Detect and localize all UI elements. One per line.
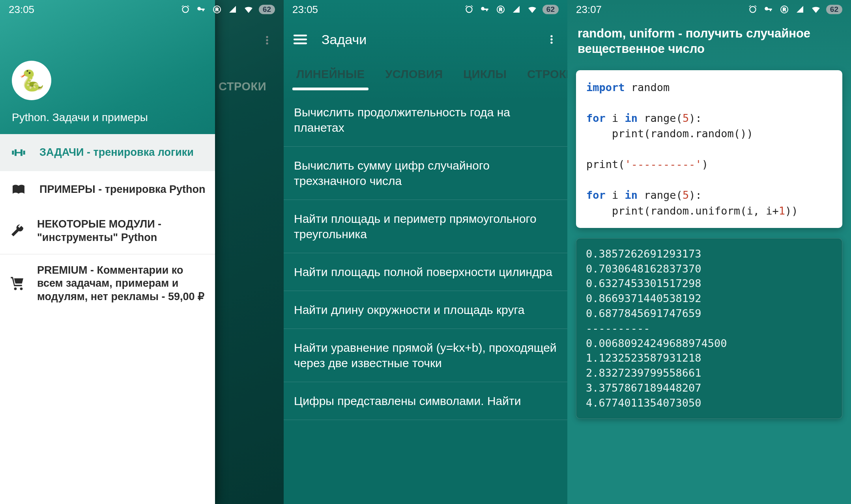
key-icon [196, 4, 207, 15]
svg-text:R: R [215, 7, 219, 12]
status-icons: R 62 [180, 4, 275, 15]
cart-icon [9, 274, 25, 293]
status-icons: R 62 [464, 4, 559, 15]
alarm-icon [180, 4, 191, 15]
status-bar: 23:05 R 62 [0, 0, 284, 19]
drawer-item-label: ЗАДАЧИ - тренировка логики [39, 146, 194, 159]
key-icon [763, 4, 774, 15]
registered-icon: R [211, 4, 223, 15]
svg-rect-8 [21, 149, 22, 156]
status-bar: 23:05 R 62 [284, 0, 567, 19]
drawer-item-3[interactable]: PREMIUM - Комментарии ко всем задачам, п… [0, 254, 215, 313]
alarm-icon [464, 4, 475, 15]
tab-bar: ЛИНЕЙНЫЕУСЛОВИЯЦИКЛЫСТРОКИС [284, 60, 567, 93]
svg-rect-5 [12, 151, 14, 155]
tab-2[interactable]: ЦИКЛЫ [461, 60, 509, 90]
drawer-item-1[interactable]: ПРИМЕРЫ - тренировка Python [0, 171, 215, 208]
battery-badge: 62 [259, 5, 275, 14]
status-bar: 23:07 R 62 [567, 0, 851, 19]
svg-rect-7 [15, 149, 17, 156]
task-item[interactable]: Найти уравнение прямой (y=kx+b), проходя… [284, 329, 567, 382]
svg-point-18 [550, 38, 552, 40]
tab-1[interactable]: УСЛОВИЯ [383, 60, 445, 90]
drawer-item-0[interactable]: ЗАДАЧИ - тренировка логики [0, 134, 215, 171]
battery-badge: 62 [826, 5, 842, 14]
status-time: 23:05 [292, 4, 318, 16]
drawer-items: ЗАДАЧИ - тренировка логикиПРИМЕРЫ - трен… [0, 134, 215, 504]
drawer-item-label: НЕКОТОРЫЕ МОДУЛИ - "инструменты" Python [37, 218, 206, 245]
dumbbell-icon [9, 144, 28, 162]
wifi-icon [243, 4, 254, 15]
task-item[interactable]: Найти площадь полной поверхности цилиндр… [284, 253, 567, 291]
status-time: 23:07 [576, 4, 602, 16]
drawer-item-2[interactable]: НЕКОТОРЫЕ МОДУЛИ - "инструменты" Python [0, 208, 215, 254]
svg-point-11 [20, 287, 23, 290]
svg-point-10 [14, 287, 17, 290]
wifi-icon [527, 4, 538, 15]
book-icon [9, 181, 28, 199]
svg-text:R: R [783, 7, 786, 12]
output-block[interactable]: 0.3857262691293173 0.7030648162837370 0.… [576, 238, 842, 419]
status-icons: R 62 [747, 4, 842, 15]
signal-icon [795, 4, 806, 15]
appbar-title: Задачи [322, 32, 542, 47]
registered-icon: R [495, 4, 506, 15]
status-time: 23:05 [9, 4, 34, 16]
wifi-icon [810, 4, 821, 15]
open-drawer-button[interactable] [290, 29, 310, 50]
tab-0[interactable]: ЛИНЕЙНЫЕ [294, 60, 367, 90]
battery-badge: 62 [542, 5, 559, 14]
task-item[interactable]: Вычислить сумму цифр случайного трехзнач… [284, 147, 567, 200]
nav-drawer: 🐍 Python. Задачи и примеры ЗАДАЧИ - трен… [0, 0, 215, 504]
registered-icon: R [779, 4, 790, 15]
app-logo: 🐍 [12, 61, 51, 100]
drawer-item-label: PREMIUM - Комментарии ко всем задачам, п… [37, 264, 206, 304]
wrench-icon [9, 222, 25, 240]
overflow-menu-button[interactable] [542, 30, 561, 49]
tab-3[interactable]: СТРОКИ [525, 60, 567, 90]
screenshot-3: 23:07 R 62 random, uniform - получить сл… [567, 0, 851, 504]
task-item[interactable]: Вычислить продолжительность года на план… [284, 93, 567, 147]
screenshot-1: 23:05 R 62 [0, 0, 284, 504]
svg-rect-9 [17, 152, 21, 153]
svg-point-19 [550, 41, 552, 43]
app-logo-glyph: 🐍 [19, 69, 45, 93]
task-list: Вычислить продолжительность года на план… [284, 93, 567, 420]
screenshot-2: 23:05 R 62 Задачи ЛИНЕЙНЫЕУСЛОВИЯЦИКЛЫСТ… [284, 0, 567, 504]
alarm-icon [747, 4, 758, 15]
drawer-title: Python. Задачи и примеры [12, 111, 203, 124]
svg-text:R: R [499, 7, 502, 12]
task-item[interactable]: Найти площадь и периметр прямоугольного … [284, 200, 567, 253]
svg-rect-6 [23, 151, 25, 155]
app-bar: Задачи [284, 19, 567, 60]
signal-icon [511, 4, 522, 15]
signal-icon [227, 4, 238, 15]
key-icon [479, 4, 490, 15]
svg-point-17 [550, 35, 552, 37]
drawer-header: 🐍 Python. Задачи и примеры [0, 0, 215, 134]
drawer-item-label: ПРИМЕРЫ - тренировка Python [39, 183, 206, 196]
page-title: random, uniform - получить случайное вещ… [567, 19, 851, 65]
task-item[interactable]: Найти длину окружности и площадь круга [284, 291, 567, 329]
task-item[interactable]: Цифры представлены символами. Найти [284, 382, 567, 420]
code-block[interactable]: import random for i in range(5): print(r… [576, 70, 842, 228]
